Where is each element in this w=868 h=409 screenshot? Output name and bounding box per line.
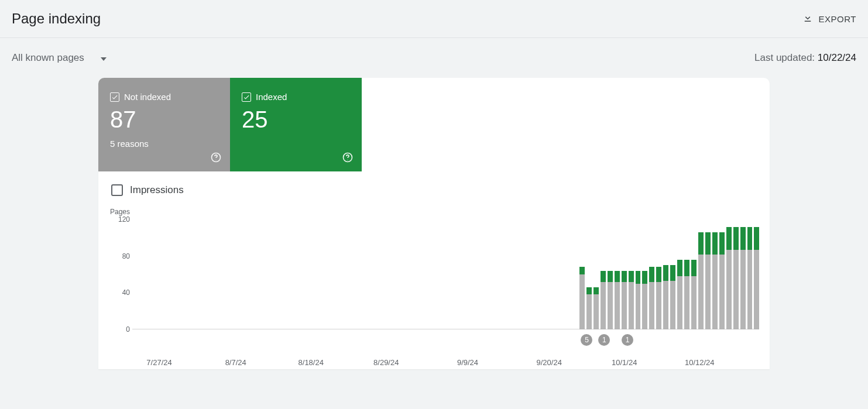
chart-bar[interactable]: [677, 219, 682, 329]
chart-bar[interactable]: [223, 219, 228, 329]
tile-not-indexed[interactable]: Not indexed 87 5 reasons: [98, 78, 230, 171]
chart-bar[interactable]: [244, 219, 249, 329]
chart-bar[interactable]: [454, 219, 459, 329]
chart-bar[interactable]: [712, 219, 718, 329]
chart-bar[interactable]: [349, 219, 354, 329]
chart-bar[interactable]: [622, 219, 627, 329]
chart-bar[interactable]: [160, 219, 166, 329]
chart-bar[interactable]: [461, 219, 466, 329]
chart-bar[interactable]: [293, 219, 299, 329]
chart-bar[interactable]: [754, 219, 759, 329]
chart-bar[interactable]: [503, 219, 508, 329]
chart-bar[interactable]: [433, 219, 438, 329]
chart-bar[interactable]: [663, 219, 668, 329]
chart-bar[interactable]: [328, 219, 333, 329]
chart-bar[interactable]: [615, 219, 620, 329]
chart-bar[interactable]: [489, 219, 494, 329]
chart-bar[interactable]: [496, 219, 501, 329]
chart-bar[interactable]: [209, 219, 214, 329]
chart-bar[interactable]: [684, 219, 689, 329]
chart-bar[interactable]: [747, 219, 753, 329]
tile-indexed[interactable]: Indexed 25: [230, 78, 362, 171]
chart-bar[interactable]: [468, 219, 473, 329]
help-icon[interactable]: [342, 152, 354, 163]
chart-bar[interactable]: [286, 219, 291, 329]
chart-bar[interactable]: [370, 219, 375, 329]
chart-marker[interactable]: 5: [581, 334, 592, 346]
chart-bar[interactable]: [181, 219, 187, 329]
chart-bar[interactable]: [363, 219, 368, 329]
chart-bar[interactable]: [237, 219, 242, 329]
chart-bar[interactable]: [719, 219, 725, 329]
chart-bar[interactable]: [272, 219, 277, 329]
chart-bar[interactable]: [733, 219, 739, 329]
chart-bar[interactable]: [398, 219, 403, 329]
chart-bar[interactable]: [691, 219, 697, 329]
chart-bar[interactable]: [447, 219, 452, 329]
page-filter-dropdown[interactable]: All known pages: [12, 52, 107, 64]
chart-bar[interactable]: [608, 219, 613, 329]
chart-bar[interactable]: [572, 219, 578, 329]
chart-bar[interactable]: [524, 219, 529, 329]
chart-bar[interactable]: [551, 219, 557, 329]
help-icon[interactable]: [210, 152, 222, 163]
chart-bar[interactable]: [405, 219, 410, 329]
chart-bar[interactable]: [656, 219, 661, 329]
impressions-checkbox[interactable]: [111, 184, 123, 196]
chart-bar[interactable]: [251, 219, 256, 329]
chart-bar[interactable]: [579, 219, 585, 329]
chart-bar[interactable]: [356, 219, 361, 329]
chart-bar[interactable]: [418, 219, 424, 329]
chart-bar[interactable]: [335, 219, 340, 329]
checkbox-indexed[interactable]: [242, 92, 251, 102]
chart-bar[interactable]: [300, 219, 306, 329]
chart-bar[interactable]: [265, 219, 270, 329]
chart-bar[interactable]: [586, 219, 592, 329]
chart-bar[interactable]: [307, 219, 312, 329]
chart-bar[interactable]: [377, 219, 382, 329]
chart-bar[interactable]: [482, 219, 487, 329]
chart-bar[interactable]: [642, 219, 647, 329]
chart-bar[interactable]: [565, 219, 571, 329]
chart-bar[interactable]: [537, 219, 543, 329]
chart-bar[interactable]: [167, 219, 173, 329]
chart-bar[interactable]: [321, 219, 326, 329]
chart-bar[interactable]: [195, 219, 200, 329]
chart-bar[interactable]: [705, 219, 711, 329]
chart-bar[interactable]: [174, 219, 180, 329]
chart-bar[interactable]: [558, 219, 564, 329]
chart-bar[interactable]: [601, 219, 606, 329]
chart-bar[interactable]: [230, 219, 235, 329]
chart-bar[interactable]: [153, 219, 159, 329]
chart-bar[interactable]: [475, 219, 480, 329]
chart-bar[interactable]: [740, 219, 746, 329]
chart-bar[interactable]: [440, 219, 445, 329]
chart-bar[interactable]: [544, 219, 550, 329]
chart-bar[interactable]: [314, 219, 319, 329]
chart-bar[interactable]: [510, 219, 515, 329]
chart-bar[interactable]: [188, 219, 194, 329]
chart-bar[interactable]: [384, 219, 389, 329]
chart-bar[interactable]: [726, 219, 732, 329]
chart-bar[interactable]: [698, 219, 704, 329]
chart-bar[interactable]: [279, 219, 284, 329]
chart-bar[interactable]: [146, 219, 152, 329]
chart-bar[interactable]: [629, 219, 634, 329]
chart-bar[interactable]: [517, 219, 522, 329]
chart-bar[interactable]: [530, 219, 536, 329]
chart-bar[interactable]: [412, 219, 417, 329]
chart-marker[interactable]: 1: [598, 334, 610, 346]
chart-bar[interactable]: [391, 219, 396, 329]
chart-bar[interactable]: [258, 219, 263, 329]
chart-bar[interactable]: [670, 219, 675, 329]
chart-bar[interactable]: [216, 219, 221, 329]
chart-bar[interactable]: [202, 219, 207, 329]
export-button[interactable]: EXPORT: [802, 13, 856, 25]
chart-marker[interactable]: 1: [622, 334, 633, 346]
chart-bar[interactable]: [139, 219, 145, 329]
chart-bar[interactable]: [649, 219, 654, 329]
checkbox-not-indexed[interactable]: [110, 92, 119, 102]
chart-bar[interactable]: [593, 219, 599, 329]
chart-bar[interactable]: [636, 219, 641, 329]
chart-bar[interactable]: [132, 219, 138, 329]
